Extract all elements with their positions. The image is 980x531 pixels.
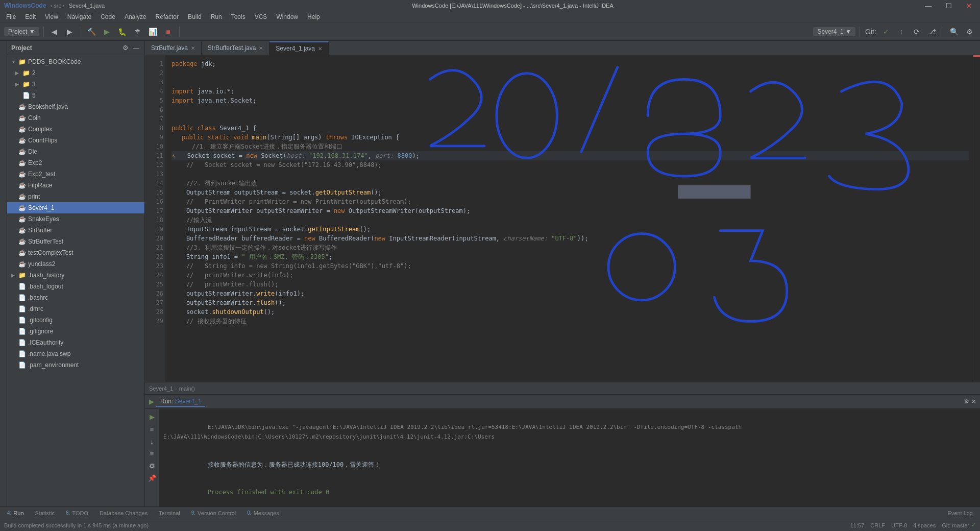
run-scroll-btn[interactable]: ↓ xyxy=(146,436,158,447)
git-push-btn[interactable]: ↑ xyxy=(895,25,908,38)
menu-window[interactable]: Window xyxy=(272,12,302,21)
toolbar-debug-btn[interactable]: 🐛 xyxy=(116,25,129,38)
project-selector[interactable]: Project ▼ xyxy=(4,27,39,36)
tree-item-pdds[interactable]: ▼ 📁 PDDS_BOOKCode xyxy=(7,56,144,67)
tree-item-yunclass2[interactable]: ☕ yunclass2 xyxy=(7,258,144,270)
bottom-tab-todo[interactable]: 6: TODO xyxy=(61,509,93,517)
tree-item-print[interactable]: ☕ print xyxy=(7,191,144,202)
tree-item-gitconfig[interactable]: 📄 .gitconfig xyxy=(7,315,144,326)
breadcrumb-class[interactable]: Sever4_1 xyxy=(149,385,173,392)
close-run-icon[interactable]: ✕ xyxy=(971,398,976,405)
menu-refactor[interactable]: Refactor xyxy=(152,12,183,21)
run-pin-btn[interactable]: 📌 xyxy=(146,472,158,484)
project-panel-hide[interactable]: — xyxy=(132,43,140,53)
tree-item-iceauthority[interactable]: 📄 .ICEauthority xyxy=(7,337,144,348)
tree-item-exp2[interactable]: ☕ Exp2 xyxy=(7,157,144,168)
tree-item-dmrc[interactable]: 📄 .dmrc xyxy=(7,303,144,315)
toolbar-sep-5 xyxy=(943,27,943,37)
status-indent[interactable]: 4 spaces xyxy=(913,522,936,528)
git-history-btn[interactable]: ⟳ xyxy=(910,25,923,38)
menu-run[interactable]: Run xyxy=(207,12,226,21)
bottom-tab-statistic[interactable]: Statistic xyxy=(30,509,60,517)
tree-item-sever41[interactable]: ☕ Sever4_1 xyxy=(7,202,144,213)
toolbar-build-btn[interactable]: 🔨 xyxy=(85,25,99,38)
tree-item-filprace[interactable]: ☕ FilpRace xyxy=(7,180,144,191)
project-panel-settings[interactable]: ⚙ xyxy=(121,43,130,53)
tab-strbuffer[interactable]: StrBuffer.java ✕ xyxy=(145,41,202,55)
menu-code[interactable]: Code xyxy=(96,12,119,21)
bottom-tab-run[interactable]: 4: Run xyxy=(2,509,29,517)
tree-item-3[interactable]: ▶ 📁 3 xyxy=(7,79,144,90)
tree-item-bash-history[interactable]: ▶ 📁 .bash_history xyxy=(7,270,144,281)
git-branches-btn[interactable]: ⎇ xyxy=(925,25,939,38)
tree-item-coin[interactable]: ☕ Coin xyxy=(7,112,144,124)
maximize-btn[interactable]: ☐ xyxy=(942,2,956,10)
menu-navigate[interactable]: Navigate xyxy=(63,12,95,21)
tree-item-bashrc[interactable]: 📄 .bashrc xyxy=(7,292,144,303)
run-filter-btn[interactable]: ≡ xyxy=(146,448,158,459)
tree-item-5[interactable]: 📄 5 xyxy=(7,90,144,101)
tree-java-icon: ☕ xyxy=(18,171,26,178)
tree-item-snakeeyes[interactable]: ☕ SnakeEyes xyxy=(7,213,144,225)
git-checkmark-btn[interactable]: ✓ xyxy=(879,25,893,38)
bottom-tab-terminal[interactable]: Terminal xyxy=(154,509,185,517)
bottom-tab-db-changes[interactable]: Database Changes xyxy=(94,509,153,517)
tree-item-countflips[interactable]: ☕ CountFlips xyxy=(7,135,144,146)
status-encoding[interactable]: UTF-8 xyxy=(891,522,907,528)
code-line-4: import java.io.*; xyxy=(172,87,969,96)
menu-analyze[interactable]: Analyze xyxy=(120,12,151,21)
code-content[interactable]: package jdk; import java.io.*; import ja… xyxy=(165,55,973,382)
run-rerun-btn[interactable]: ▶ xyxy=(146,411,158,422)
tree-item-bash-logout[interactable]: 📄 .bash_logout xyxy=(7,281,144,292)
toolbar-stop-btn[interactable]: ■ xyxy=(162,25,175,38)
run-config-selector[interactable]: Sever4_1 ▼ xyxy=(813,27,855,36)
tab-close-icon[interactable]: ✕ xyxy=(318,46,322,52)
tab-strbuffertest[interactable]: StrBufferTest.java ✕ xyxy=(202,41,270,55)
tree-item-pam[interactable]: 📄 .pam_environment xyxy=(7,359,144,371)
status-line-sep[interactable]: CRLF xyxy=(870,522,885,528)
toolbar-forward-btn[interactable]: ▶ xyxy=(63,25,77,38)
bottom-tab-messages[interactable]: 0: Messages xyxy=(242,509,284,517)
settings-icon[interactable]: ⚙ xyxy=(964,398,969,405)
tab-close-icon[interactable]: ✕ xyxy=(259,45,263,51)
tree-item-bookshelf[interactable]: ☕ Bookshelf.java xyxy=(7,101,144,112)
tree-item-strbuffer[interactable]: ☕ StrBuffer xyxy=(7,225,144,236)
settings-btn[interactable]: ⚙ xyxy=(963,25,976,38)
tree-item-strbuffertest[interactable]: ☕ StrBufferTest xyxy=(7,236,144,247)
menu-edit[interactable]: Edit xyxy=(21,12,40,21)
tree-item-testcomplextest[interactable]: ☕ testComplexTest xyxy=(7,247,144,258)
menu-vcs[interactable]: VCS xyxy=(251,12,272,21)
menu-view[interactable]: View xyxy=(41,12,62,21)
run-panel-tab-run[interactable]: Run: Sever4_1 xyxy=(156,397,205,407)
tree-item-nameswp[interactable]: 📄 .name.java.swp xyxy=(7,348,144,359)
search-everywhere-btn[interactable]: 🔍 xyxy=(947,25,961,38)
code-editor[interactable]: 12345 678910 1112131415 1617181920 21222… xyxy=(145,55,980,382)
menu-tools[interactable]: Tools xyxy=(227,12,250,21)
tab-sever41[interactable]: Sever4_1.java ✕ xyxy=(270,41,329,55)
run-stop-btn[interactable]: ■ xyxy=(146,423,158,435)
minimize-btn[interactable]: — xyxy=(921,2,936,10)
tree-item-exp2test[interactable]: ☕ Exp2_test xyxy=(7,168,144,180)
bottom-tab-version-control[interactable]: 9: Version Control xyxy=(186,509,241,517)
toolbar-profile-btn[interactable]: 📊 xyxy=(146,25,160,38)
tree-item-gitignore[interactable]: 📄 .gitignore xyxy=(7,326,144,337)
tree-item-die[interactable]: ☕ Die xyxy=(7,146,144,157)
bottom-tab-event-log[interactable]: Event Log xyxy=(942,509,978,517)
close-btn[interactable]: ✕ xyxy=(962,2,976,10)
tree-item-2[interactable]: ▶ 📁 2 xyxy=(7,67,144,79)
menu-file[interactable]: File xyxy=(2,12,20,21)
menu-help[interactable]: Help xyxy=(303,12,324,21)
toolbar-coverage-btn[interactable]: ☂ xyxy=(131,25,144,38)
bottom-tabs: 4: Run Statistic 6: TODO Database Change… xyxy=(0,506,980,519)
tree-item-complex[interactable]: ☕ Complex xyxy=(7,124,144,135)
window-controls[interactable]: — ☐ ✕ xyxy=(921,2,976,10)
git-update-btn[interactable]: Git: xyxy=(864,25,877,38)
code-line-22: String info1 = " 用户名：SMZ, 密码：2305"; xyxy=(172,252,969,261)
run-settings-btn[interactable]: ⚙ xyxy=(146,460,158,471)
toolbar-back-btn[interactable]: ◀ xyxy=(48,25,61,38)
code-line-12: // Socket socket = new Socket("172.16.43… xyxy=(172,160,969,170)
toolbar-run-btn[interactable]: ▶ xyxy=(101,25,114,38)
breadcrumb-method[interactable]: main() xyxy=(179,385,195,392)
menu-build[interactable]: Build xyxy=(184,12,206,21)
tab-close-icon[interactable]: ✕ xyxy=(191,45,195,51)
